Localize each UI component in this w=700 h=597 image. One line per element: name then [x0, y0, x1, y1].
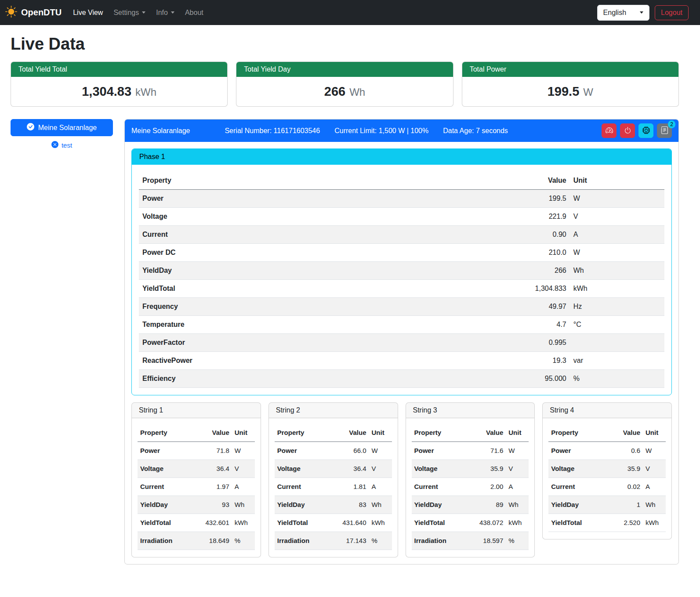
- device-info-button[interactable]: [638, 123, 653, 138]
- property-cell: Irradiation: [138, 532, 200, 550]
- nav-info-label: Info: [156, 9, 168, 17]
- value-cell: 0.6: [611, 442, 643, 460]
- brand-label: OpenDTU: [21, 7, 62, 18]
- live-data-page: Live Data Total Yield Total 1,304.83kWh …: [0, 25, 700, 576]
- string-4-card: String 4 PropertyValueUnitPower0.6WVolta…: [542, 402, 672, 539]
- property-cell: Current: [412, 478, 475, 496]
- nav-info[interactable]: Info: [151, 5, 180, 20]
- property-cell: YieldDay: [138, 496, 200, 514]
- sidebar-item-test[interactable]: test: [49, 141, 75, 150]
- inverter-card: Meine Solaranlage Serial Number: 1161716…: [124, 119, 679, 564]
- property-cell: Current: [275, 478, 337, 496]
- unit-cell: %: [232, 532, 255, 550]
- property-cell: Power: [412, 442, 475, 460]
- property-cell: Irradiation: [275, 532, 337, 550]
- table-row: Voltage35.9V: [412, 460, 529, 478]
- logout-button[interactable]: Logout: [655, 5, 689, 20]
- table-row: YieldDay83Wh: [275, 496, 392, 514]
- table-row: PowerFactor0.995: [139, 334, 664, 352]
- property-cell: Voltage: [138, 460, 200, 478]
- property-cell: PowerFactor: [139, 334, 507, 352]
- nav-about[interactable]: About: [180, 5, 209, 20]
- table-row: Power DC210.0W: [139, 244, 664, 262]
- property-cell: Power: [139, 190, 507, 208]
- value-cell: 438.072: [474, 514, 506, 532]
- nav-settings[interactable]: Settings: [108, 5, 151, 20]
- cpu-icon: [642, 127, 650, 135]
- unit-cell: W: [369, 442, 392, 460]
- column-header: Property: [139, 172, 507, 190]
- x-circle-icon: [51, 141, 58, 149]
- unit-cell: A: [570, 226, 664, 244]
- unit-cell: %: [570, 370, 664, 388]
- value-cell: 49.97: [507, 298, 570, 316]
- column-header: Property: [275, 424, 337, 442]
- unit-cell: W: [570, 244, 664, 262]
- string-3-card: String 3 PropertyValueUnitPower71.6WVolt…: [406, 402, 535, 557]
- property-cell: Voltage: [139, 208, 507, 226]
- unit-cell: [570, 334, 664, 352]
- string-1-card: String 1 PropertyValueUnitPower71.8WVolt…: [131, 402, 261, 557]
- property-cell: YieldTotal: [139, 280, 507, 298]
- table-row: ReactivePower19.3var: [139, 352, 664, 370]
- inverter-limit: Current Limit: 1,500 W | 100%: [334, 127, 428, 135]
- value-cell: 83: [337, 496, 369, 514]
- total-yield-day-unit: Wh: [349, 86, 365, 98]
- value-cell: 199.5: [507, 190, 570, 208]
- power-button[interactable]: [620, 123, 635, 138]
- property-cell: Voltage: [412, 460, 475, 478]
- language-selected-value: English: [603, 9, 626, 17]
- property-cell: Power DC: [139, 244, 507, 262]
- unit-cell: V: [232, 460, 255, 478]
- event-count-badge: 2: [668, 120, 675, 128]
- table-row: Power66.0W: [275, 442, 392, 460]
- unit-cell: W: [506, 442, 529, 460]
- string-1-table: PropertyValueUnitPower71.8WVoltage36.4VC…: [138, 424, 255, 550]
- property-cell: Irradiation: [412, 532, 475, 550]
- unit-cell: Hz: [570, 298, 664, 316]
- unit-cell: Wh: [643, 496, 666, 514]
- limit-settings-button[interactable]: [602, 123, 617, 138]
- property-cell: YieldTotal: [412, 514, 475, 532]
- value-cell: 18.597: [474, 532, 506, 550]
- value-cell: 35.9: [611, 460, 643, 478]
- column-header: Unit: [506, 424, 529, 442]
- table-row: Frequency49.97Hz: [139, 298, 664, 316]
- table-row: YieldTotal438.072kWh: [412, 514, 529, 532]
- table-row: YieldTotal432.601kWh: [138, 514, 255, 532]
- table-row: Current2.00A: [412, 478, 529, 496]
- journal-text-icon: [661, 127, 668, 135]
- value-cell: 0.995: [507, 334, 570, 352]
- table-row: Voltage221.9V: [139, 208, 664, 226]
- sun-icon: [5, 6, 17, 20]
- value-cell: 432.601: [200, 514, 232, 532]
- table-row: Irradiation17.143%: [275, 532, 392, 550]
- brand[interactable]: OpenDTU: [5, 6, 62, 20]
- property-cell: YieldDay: [412, 496, 475, 514]
- chevron-down-icon: [640, 11, 643, 14]
- table-row: YieldTotal431.640kWh: [275, 514, 392, 532]
- column-header: Unit: [643, 424, 666, 442]
- phase-table: PropertyValueUnitPower199.5WVoltage221.9…: [139, 172, 664, 388]
- language-select[interactable]: English: [597, 5, 649, 21]
- value-cell: 19.3: [507, 352, 570, 370]
- string-2-card: String 2 PropertyValueUnitPower66.0WVolt…: [268, 402, 398, 557]
- card-title: Total Yield Day: [236, 62, 453, 77]
- unit-cell: A: [643, 478, 666, 496]
- inverter-data-age: Data Age: 7 seconds: [443, 127, 508, 135]
- unit-cell: V: [570, 208, 664, 226]
- phase-card-title: Phase 1: [132, 149, 671, 165]
- unit-cell: V: [506, 460, 529, 478]
- table-row: YieldDay266Wh: [139, 262, 664, 280]
- unit-cell: kWh: [506, 514, 529, 532]
- chevron-down-icon: [171, 11, 174, 14]
- nav-live-view[interactable]: Live View: [68, 5, 108, 20]
- value-cell: 0.90: [507, 226, 570, 244]
- sidebar-item-meine-solaranlage[interactable]: Meine Solaranlage: [11, 119, 113, 136]
- table-row: Voltage36.4V: [138, 460, 255, 478]
- event-log-button[interactable]: 2: [657, 123, 672, 138]
- property-cell: Power: [275, 442, 337, 460]
- property-cell: Current: [138, 478, 200, 496]
- unit-cell: A: [232, 478, 255, 496]
- table-header-row: PropertyValueUnit: [548, 424, 666, 442]
